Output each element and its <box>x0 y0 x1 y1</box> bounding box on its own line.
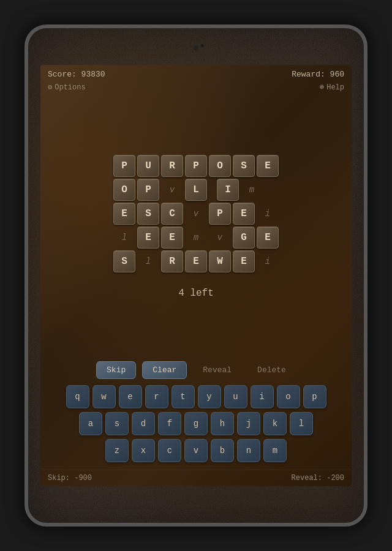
key-o[interactable]: o <box>277 385 300 408</box>
camera-dot <box>194 45 198 50</box>
key-b[interactable]: b <box>211 439 234 462</box>
tile-3-6: E <box>257 227 279 249</box>
delete-button[interactable]: Delete <box>247 361 296 379</box>
tile-0-2: R <box>161 155 183 177</box>
options-label: Options <box>55 83 85 92</box>
tile-2-0: E <box>113 203 135 225</box>
tile-3-4: v <box>209 227 231 249</box>
tile-2-4: P <box>209 203 231 225</box>
key-f[interactable]: f <box>158 412 181 435</box>
tile-1-5: I <box>217 179 239 201</box>
key-i[interactable]: i <box>251 385 274 408</box>
game-area: PURPOSEOPvLImESCvPEilEEmvGESlREWEi 4 lef… <box>40 97 352 356</box>
key-n[interactable]: n <box>237 439 260 462</box>
tile-1-2: v <box>161 179 183 201</box>
grid-row-0: PURPOSE <box>113 155 279 177</box>
nav-bar: Options Help <box>40 81 352 97</box>
key-row-0: qwertyuiop <box>66 385 326 408</box>
key-h[interactable]: h <box>211 412 234 435</box>
tile-4-0: S <box>113 250 135 272</box>
reveal-cost-label: Reveal: -200 <box>292 474 344 482</box>
help-button[interactable]: Help <box>320 83 344 92</box>
tile-0-5: S <box>233 155 255 177</box>
key-z[interactable]: z <box>105 439 129 462</box>
tile-0-6: E <box>257 155 279 177</box>
action-buttons: Skip Clear Reveal Delete <box>47 361 345 379</box>
help-label: Help <box>326 83 344 92</box>
tile-4-2: R <box>161 250 183 272</box>
footer-bar: Skip: -900 Reveal: -200 <box>40 470 352 486</box>
keyboard: qwertyuiopasdfghjklzxcvbnm <box>47 385 345 462</box>
key-y[interactable]: y <box>198 385 221 408</box>
tablet-device: Score: 93830 Reward: 960 Options Help PU… <box>24 24 368 527</box>
key-l[interactable]: l <box>290 412 313 435</box>
grid-row-3: lEEmvGE <box>113 227 279 249</box>
tile-1-3: L <box>185 179 207 201</box>
tile-4-4: W <box>209 250 231 272</box>
gear-icon <box>48 83 52 92</box>
key-k[interactable]: k <box>263 412 287 435</box>
tile-4-5: E <box>233 250 255 272</box>
tile-0-3: P <box>185 155 207 177</box>
tile-1-0: O <box>113 179 135 201</box>
grid-row-2: ESCvPEi <box>113 203 279 225</box>
grid-row-4: SlREWEi <box>113 250 279 272</box>
skip-button[interactable]: Skip <box>96 361 136 379</box>
key-g[interactable]: g <box>184 412 208 435</box>
tile-3-0: l <box>113 227 135 249</box>
key-t[interactable]: t <box>172 385 195 408</box>
clear-button[interactable]: Clear <box>142 361 187 379</box>
tile-2-6: i <box>257 203 279 225</box>
snowflake-icon <box>320 83 324 92</box>
key-r[interactable]: r <box>145 385 168 408</box>
tile-3-3: m <box>185 227 207 249</box>
key-d[interactable]: d <box>132 412 155 435</box>
game-screen: Score: 93830 Reward: 960 Options Help PU… <box>40 65 352 486</box>
key-s[interactable]: s <box>105 412 129 435</box>
score-header: Score: 93830 Reward: 960 <box>40 65 352 81</box>
tile-2-1: S <box>137 203 159 225</box>
key-e[interactable]: e <box>119 385 142 408</box>
options-button[interactable]: Options <box>48 83 86 92</box>
tile-4-3: E <box>185 250 207 272</box>
key-row-1: asdfghjkl <box>79 412 313 435</box>
key-p[interactable]: p <box>303 385 326 408</box>
remaining-count: 4 left <box>178 288 214 299</box>
skip-cost-label: Skip: -900 <box>48 474 92 482</box>
tile-3-5: G <box>233 227 255 249</box>
tile-0-4: O <box>209 155 231 177</box>
reward-label: Reward: 960 <box>292 70 344 79</box>
word-grid: PURPOSEOPvLImESCvPEilEEmvGESlREWEi <box>113 155 279 272</box>
tile-4-1: l <box>137 250 159 272</box>
tile-4-6: i <box>257 250 279 272</box>
grid-row-1: OPvLIm <box>113 179 279 201</box>
key-q[interactable]: q <box>66 385 89 408</box>
score-label: Score: 93830 <box>48 70 105 79</box>
tile-2-2: C <box>161 203 183 225</box>
key-w[interactable]: w <box>92 385 116 408</box>
tile-2-5: E <box>233 203 255 225</box>
tile-0-0: P <box>113 155 135 177</box>
tile-0-1: U <box>137 155 159 177</box>
reveal-button[interactable]: Reveal <box>193 361 241 379</box>
key-x[interactable]: x <box>132 439 155 462</box>
key-u[interactable]: u <box>224 385 247 408</box>
key-row-2: zxcvbnm <box>105 439 287 462</box>
tile-2-3: v <box>185 203 207 225</box>
key-c[interactable]: c <box>158 439 181 462</box>
game-content: Score: 93830 Reward: 960 Options Help PU… <box>40 65 352 486</box>
tile-1-1: P <box>137 179 159 201</box>
key-j[interactable]: j <box>237 412 260 435</box>
key-a[interactable]: a <box>79 412 102 435</box>
key-m[interactable]: m <box>263 439 287 462</box>
key-v[interactable]: v <box>184 439 208 462</box>
tile-1-4 <box>209 179 215 201</box>
bottom-area: Skip Clear Reveal Delete qwertyuiopasdfg… <box>40 356 352 470</box>
tile-1-6: m <box>241 179 263 201</box>
tile-3-2: E <box>161 227 183 249</box>
tile-3-1: E <box>137 227 159 249</box>
